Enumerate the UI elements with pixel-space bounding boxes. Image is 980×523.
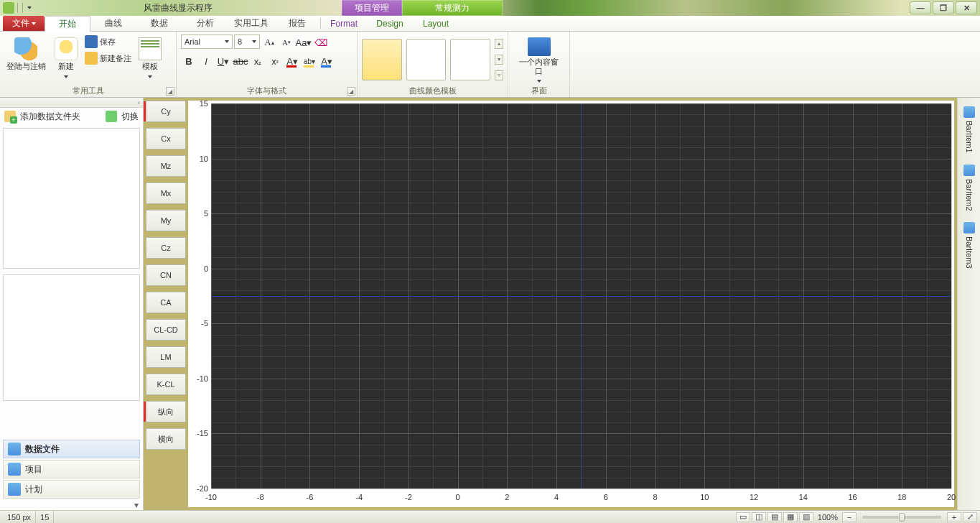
tab-tools[interactable]: 实用工具 [228, 16, 274, 31]
template-button[interactable]: 模板 [134, 34, 166, 85]
color-template-1[interactable] [362, 39, 402, 80]
subscript-button[interactable]: x [250, 53, 266, 69]
minimize-button[interactable]: — [910, 1, 931, 14]
section-project[interactable]: 项目 [3, 460, 140, 478]
color-template-3[interactable] [450, 39, 490, 80]
highlight-button[interactable]: ab▾ [302, 53, 317, 69]
series-btn-CL-CD[interactable]: CL-CD [146, 319, 186, 341]
left-panel-list-2[interactable] [3, 274, 140, 401]
clear-format-button[interactable]: ⌫ [313, 34, 329, 50]
gallery-more-icon[interactable]: ▿ [495, 70, 503, 80]
file-tab[interactable]: 文件 [3, 16, 45, 31]
tab-layout[interactable]: Layout [413, 16, 459, 31]
bold-button[interactable]: B [181, 53, 197, 69]
series-btn-纵向[interactable]: 纵向 [146, 401, 186, 422]
stack-icon [8, 443, 21, 455]
zoom-fit-button[interactable]: ⤢ [963, 512, 977, 522]
font-name-combo[interactable]: Arial [181, 34, 233, 49]
tab-report[interactable]: 报告 [274, 16, 320, 31]
status-left-2: 15 [36, 511, 54, 523]
template-icon [139, 37, 162, 60]
close-button[interactable]: ✕ [956, 1, 977, 14]
stack-icon [8, 463, 21, 476]
series-btn-CA[interactable]: CA [146, 292, 186, 313]
context-header-routine: 常规测力 [402, 0, 503, 16]
view-mode-5[interactable]: ▥ [799, 512, 813, 522]
gallery-down-icon[interactable]: ▾ [495, 55, 503, 65]
new-button[interactable]: 新建 [50, 34, 82, 85]
text-effect-button[interactable]: A▾ [319, 53, 335, 69]
sections-overflow[interactable]: ▾ [0, 500, 143, 510]
ribbon-group-font: Arial 8 A▴ A▾ Aa▾ ⌫ B I U▾ abc x x A▾ ab… [177, 32, 358, 97]
series-btn-横向[interactable]: 横向 [146, 428, 186, 450]
color-template-scroll[interactable]: ▴ ▾ ▿ [495, 39, 503, 80]
left-panel: ‹ 添加数据文件夹 切换 数据文件 项目 计划 ▾ [0, 98, 144, 510]
group-launcher-font[interactable]: ◢ [347, 87, 355, 96]
sparkle-icon [55, 37, 78, 60]
series-btn-Cy[interactable]: Cy [146, 101, 186, 122]
view-mode-4[interactable]: ▦ [783, 512, 798, 522]
status-bar: 150 px 15 ▭ ◫ ▤ ▦ ▥ 100% − + ⤢ [0, 510, 980, 523]
chart-x-axis: -10-8-6-4-202468101214161820 [211, 490, 951, 507]
new-memo-button[interactable]: 新建备注 [85, 51, 131, 65]
workspace: ‹ 添加数据文件夹 切换 数据文件 项目 计划 ▾ CyCxMzMxMyCzCN… [0, 98, 980, 510]
left-panel-collapse[interactable]: ‹ [0, 98, 143, 108]
save-button[interactable]: 保存 [85, 34, 131, 49]
series-btn-Mz[interactable]: Mz [146, 155, 186, 177]
series-btn-Cz[interactable]: Cz [146, 237, 186, 259]
series-btn-LM[interactable]: LM [146, 346, 186, 368]
series-btn-CN[interactable]: CN [146, 264, 186, 286]
dock-icon [963, 222, 975, 233]
group-title-common: 常用工具 [73, 85, 104, 96]
color-template-2[interactable] [406, 39, 447, 80]
view-mode-3[interactable]: ▤ [767, 512, 782, 522]
change-case-button[interactable]: Aa▾ [296, 34, 312, 50]
series-btn-My[interactable]: My [146, 210, 186, 231]
dock-item-2[interactable]: BarItem2 [963, 165, 975, 211]
font-size-combo[interactable]: 8 [234, 34, 260, 49]
window-title: 风雷曲线显示程序 [144, 0, 213, 16]
maximize-button[interactable]: ❐ [933, 1, 954, 14]
zoom-slider[interactable] [862, 516, 941, 519]
left-panel-list-1[interactable] [3, 128, 140, 269]
zoom-out-button[interactable]: − [842, 512, 857, 522]
zoom-label: 100% [815, 513, 841, 522]
folder-plus-icon [4, 111, 16, 122]
series-btn-Cx[interactable]: Cx [146, 128, 186, 149]
switch-icon [106, 111, 117, 122]
series-btn-K-CL[interactable]: K-CL [146, 374, 186, 395]
tab-format[interactable]: Format [321, 16, 367, 31]
zoom-in-button[interactable]: + [947, 512, 961, 522]
dock-item-1[interactable]: BarItem1 [963, 106, 975, 153]
view-mode-1[interactable]: ▭ [736, 512, 750, 522]
view-mode-2[interactable]: ◫ [752, 512, 766, 522]
shrink-font-button[interactable]: A▾ [279, 34, 294, 50]
tab-start[interactable]: 开始 [45, 16, 90, 32]
add-data-folder-button[interactable]: 添加数据文件夹 [20, 111, 80, 123]
grow-font-button[interactable]: A▴ [261, 34, 277, 50]
italic-button[interactable]: I [198, 53, 214, 69]
switch-button[interactable]: 切换 [121, 111, 139, 123]
gallery-up-icon[interactable]: ▴ [495, 39, 503, 49]
app-icon [3, 2, 14, 14]
group-launcher-common[interactable]: ◢ [166, 87, 174, 96]
font-color-button[interactable]: A▾ [284, 53, 300, 69]
series-btn-Mx[interactable]: Mx [146, 182, 186, 204]
tab-design[interactable]: Design [367, 16, 413, 31]
qat-customize-dropdown[interactable] [26, 2, 33, 14]
login-logout-button[interactable]: 登陆与注销 [4, 34, 47, 85]
tab-data[interactable]: 数据 [136, 16, 182, 31]
monitor-icon [528, 37, 551, 56]
chart-plot-area[interactable] [211, 103, 951, 489]
underline-button[interactable]: U▾ [215, 53, 231, 69]
group-title-font: 字体与格式 [247, 85, 286, 96]
dock-item-3[interactable]: BarItem3 [963, 222, 975, 269]
strike-button[interactable]: abc [233, 53, 248, 69]
section-data-files[interactable]: 数据文件 [3, 440, 140, 458]
section-plan[interactable]: 计划 [3, 480, 140, 499]
single-window-button[interactable]: 一个内容窗口 [518, 34, 561, 85]
tab-curve[interactable]: 曲线 [90, 16, 136, 31]
tab-analysis[interactable]: 分析 [182, 16, 228, 31]
superscript-button[interactable]: x [267, 53, 283, 69]
memo-icon [85, 52, 98, 65]
